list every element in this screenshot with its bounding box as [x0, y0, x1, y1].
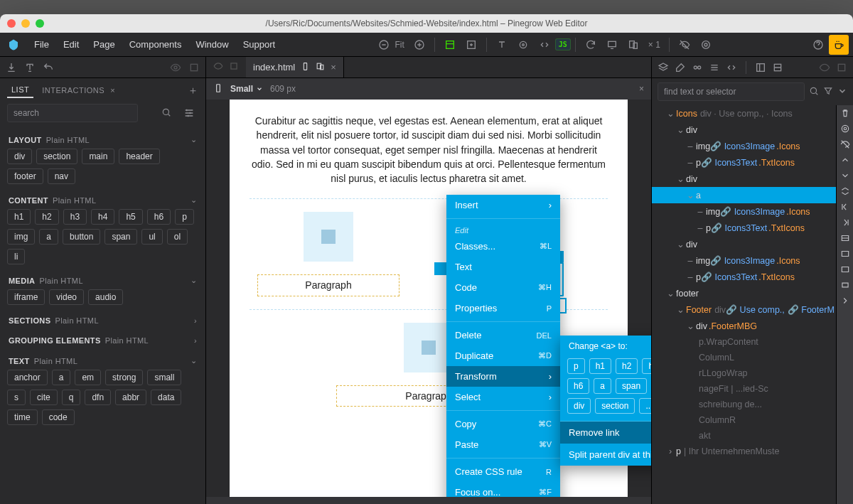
element-chip-q[interactable]: q	[62, 390, 81, 405]
transform-chip-p[interactable]: p	[567, 358, 585, 374]
transform-chip-span[interactable]: span	[616, 378, 647, 394]
element-chip-img[interactable]: img	[7, 229, 35, 245]
element-chip-h2[interactable]: h2	[35, 209, 58, 225]
menu-duplicate[interactable]: Duplicate⌘D	[446, 345, 560, 366]
support-coffee-button[interactable]	[829, 35, 849, 55]
transform-chip-h1[interactable]: h1	[589, 358, 611, 374]
image-placeholder-icon[interactable]	[304, 212, 353, 262]
tab-add-button[interactable]: ＋	[188, 84, 198, 97]
tree-node[interactable]: akt	[652, 428, 853, 444]
rect-half-icon[interactable]	[839, 232, 852, 245]
tree-node[interactable]: rLLogoWrap	[652, 365, 853, 381]
rect-outline-icon[interactable]	[839, 279, 852, 291]
tree-node[interactable]: –p 🔗 Icons3Text .TxtIcons	[652, 154, 853, 171]
tree-node[interactable]: schreibung de...	[652, 397, 853, 412]
refresh-button[interactable]	[581, 36, 600, 54]
tree-node[interactable]: ⌄Footer div 🔗 Use comp., 🔗 FooterM	[652, 301, 853, 318]
menu-support[interactable]: Support	[236, 39, 283, 50]
undo-icon[interactable]	[43, 62, 54, 73]
visibility-icon[interactable]	[213, 61, 223, 73]
menu-select[interactable]: Select›	[446, 387, 560, 407]
device-multi-icon[interactable]	[316, 62, 325, 73]
viewport-device-icon[interactable]	[213, 83, 223, 95]
element-chip-footer[interactable]: footer	[7, 168, 43, 184]
document-close-icon[interactable]: ×	[331, 62, 336, 73]
menu-file[interactable]: File	[27, 39, 56, 50]
element-chip-ol[interactable]: ol	[167, 229, 188, 245]
submenu-remove-link[interactable]: Remove link	[560, 422, 651, 444]
menu-text[interactable]: Text	[446, 257, 560, 277]
group-header-text[interactable]: TEXTPlain HTML⌄	[0, 349, 205, 370]
code-tool-button[interactable]	[535, 36, 554, 54]
collapse-icon[interactable]	[839, 185, 852, 198]
filter-icon[interactable]	[823, 86, 833, 98]
paragraph-label[interactable]: Paragraph	[257, 274, 399, 296]
transform-chip-div[interactable]: div	[567, 398, 591, 414]
element-chip-button[interactable]: button	[63, 229, 100, 245]
viewport-close-icon[interactable]: ×	[639, 84, 644, 94]
trash-icon[interactable]	[839, 107, 852, 119]
breadcrumb[interactable]: html Use master›body›main MainContent›di…	[206, 497, 651, 504]
tree-node[interactable]: ⌄div .FooterMBG	[652, 318, 853, 334]
element-chip-nav[interactable]: nav	[48, 168, 75, 184]
group-header-content[interactable]: CONTENTPlain HTML⌄	[0, 188, 205, 209]
fit-label[interactable]: Fit	[395, 40, 404, 50]
menu-edit[interactable]: Edit	[56, 39, 86, 50]
submenu-split-parent[interactable]: Split parent div at this position	[560, 444, 651, 466]
tree-node[interactable]: ›p| Ihr UnternehmenMuste	[652, 444, 853, 459]
device-mobile-icon[interactable]	[301, 62, 310, 73]
rect-icon[interactable]	[839, 247, 852, 260]
chev-up-icon[interactable]	[839, 154, 852, 166]
list-icon[interactable]	[709, 62, 720, 73]
element-chip-dfn[interactable]: dfn	[85, 390, 111, 405]
group-header-sections[interactable]: SECTIONSPlain HTML›	[0, 309, 205, 329]
tree-node[interactable]: ⌄div	[652, 236, 853, 252]
menu-delete[interactable]: DeleteDEL	[446, 325, 560, 345]
transform-chip-[interactable]: ...	[639, 398, 651, 414]
tab-interactions[interactable]: INTERACTIONS	[38, 83, 109, 97]
element-chip-audio[interactable]: audio	[88, 289, 123, 305]
export-icon[interactable]	[24, 62, 36, 73]
element-chip-h6[interactable]: h6	[147, 209, 171, 225]
tab-list[interactable]: LIST	[7, 82, 33, 98]
panel-icon[interactable]	[229, 61, 239, 73]
element-chip-li[interactable]: li	[7, 249, 25, 264]
tree-node[interactable]: –p 🔗 Icons3Text .TxtIcons	[652, 269, 853, 285]
zoom-in-button[interactable]	[410, 36, 429, 54]
element-chip-s[interactable]: s	[7, 390, 26, 405]
menu-focus-on[interactable]: Focus on...⌘F	[446, 482, 560, 497]
element-chip-cite[interactable]: cite	[30, 390, 58, 405]
device-desktop-button[interactable]	[603, 36, 621, 54]
element-chip-time[interactable]: time	[7, 409, 38, 425]
menu-code[interactable]: Code⌘H	[446, 277, 560, 298]
chev-down-icon[interactable]	[839, 169, 852, 182]
insert-tool-button[interactable]	[462, 36, 481, 54]
tree-search-input[interactable]	[658, 82, 805, 101]
visibility-toggle-button[interactable]	[675, 36, 694, 54]
element-chip-ul[interactable]: ul	[141, 229, 162, 245]
lorem-paragraph[interactable]: Curabitur ac sagittis neque, vel egestas…	[250, 114, 608, 186]
element-chip-main[interactable]: main	[82, 149, 114, 164]
transform-chip-h3[interactable]: h3	[642, 358, 651, 374]
group-header-media[interactable]: MEDIAPlain HTML⌄	[0, 269, 205, 289]
panel-pin-icon[interactable]	[836, 62, 847, 73]
menu-create-css-rule[interactable]: Create CSS ruleR	[446, 461, 560, 482]
element-chip-section[interactable]: section	[36, 149, 77, 164]
element-chip-a[interactable]: a	[39, 229, 58, 245]
snap-l-icon[interactable]	[839, 200, 852, 213]
element-chip-video[interactable]: video	[49, 289, 84, 305]
tree-node[interactable]: –img 🔗 Icons3Image .Icons	[652, 138, 853, 154]
style-icon[interactable]	[658, 62, 669, 73]
element-chip-em[interactable]: em	[75, 370, 101, 385]
brush-icon[interactable]	[675, 62, 686, 73]
js-toggle-button[interactable]: JS	[555, 38, 571, 50]
zoom-out-button[interactable]	[375, 36, 393, 54]
tree-node[interactable]: p.WrapContent	[652, 334, 853, 350]
text-tool-button[interactable]	[493, 36, 511, 54]
element-chip-small[interactable]: small	[147, 370, 181, 385]
menu-page[interactable]: Page	[86, 39, 122, 50]
panel-pin-icon[interactable]	[188, 62, 200, 73]
tree-node[interactable]: ColumnR	[652, 412, 853, 428]
filter-sliders-icon[interactable]	[180, 104, 198, 122]
tree-panel-icon[interactable]	[755, 62, 766, 73]
